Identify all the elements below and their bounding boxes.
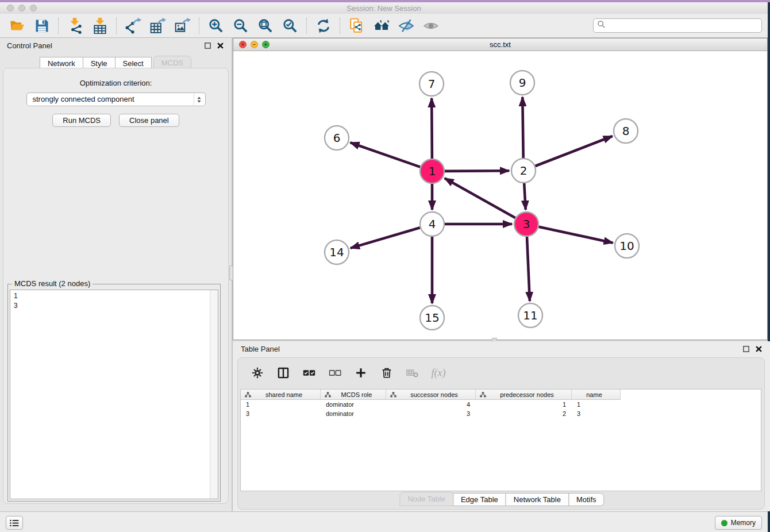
graph-node-2[interactable]: 2 bbox=[511, 159, 536, 183]
svg-text:6: 6 bbox=[333, 131, 341, 145]
graph-node-8[interactable]: 8 bbox=[614, 119, 638, 143]
add-icon bbox=[355, 367, 367, 379]
graph-node-11[interactable]: 11 bbox=[518, 303, 542, 327]
tab-motifs[interactable]: Motifs bbox=[568, 493, 605, 506]
graph-node-1[interactable]: 1 bbox=[420, 159, 444, 183]
column-header-name[interactable]: name bbox=[572, 390, 621, 399]
tab-edge-table[interactable]: Edge Table bbox=[453, 493, 506, 506]
graph-edge-1-7[interactable] bbox=[432, 98, 432, 159]
graph-edge-2-3[interactable] bbox=[524, 183, 526, 210]
trash-button[interactable] bbox=[379, 365, 395, 380]
zoom-fit-button[interactable] bbox=[253, 16, 278, 36]
graph-edge-4-14[interactable] bbox=[351, 228, 420, 248]
search-input[interactable] bbox=[606, 20, 761, 32]
graph-edge-3-11[interactable] bbox=[527, 237, 530, 301]
graph-node-6[interactable]: 6 bbox=[325, 126, 349, 150]
table-cell[interactable]: 4 bbox=[386, 401, 476, 408]
column-header-predecessor-nodes[interactable]: predecessor nodes bbox=[476, 390, 572, 399]
column-header-label: successor nodes bbox=[396, 391, 475, 398]
graph-edge-2-9[interactable] bbox=[522, 97, 523, 158]
control-panel-close-button[interactable] bbox=[216, 41, 225, 50]
eye-button[interactable] bbox=[418, 16, 443, 36]
function-builder-icon: f(x) bbox=[432, 367, 446, 379]
column-header-successor-nodes[interactable]: successor nodes bbox=[386, 390, 476, 399]
graph-edge-1-2[interactable] bbox=[445, 171, 509, 171]
table-panel-float-button[interactable] bbox=[742, 345, 750, 353]
zoom-selected-button[interactable] bbox=[278, 16, 302, 36]
graph-node-15[interactable]: 15 bbox=[420, 306, 444, 330]
clone-network-button[interactable] bbox=[344, 16, 369, 36]
graph-edge-3-1[interactable] bbox=[445, 178, 515, 218]
column-header-label: predecessor nodes bbox=[486, 391, 571, 398]
graph-node-3[interactable]: 3 bbox=[514, 212, 538, 236]
toolbar-separator bbox=[306, 18, 307, 34]
mcds-result-textarea[interactable]: 1 3 bbox=[10, 290, 218, 499]
refresh-button[interactable] bbox=[311, 16, 336, 36]
graph-node-7[interactable]: 7 bbox=[419, 72, 444, 96]
select-all-button[interactable] bbox=[301, 365, 317, 380]
table-cell[interactable]: 1 bbox=[476, 401, 572, 408]
svg-text:10: 10 bbox=[619, 239, 634, 253]
control-panel-title: Control Panel bbox=[7, 41, 52, 50]
run-mcds-button[interactable]: Run MCDS bbox=[52, 114, 111, 127]
graph-node-14[interactable]: 14 bbox=[325, 240, 349, 264]
tab-network-table[interactable]: Network Table bbox=[506, 493, 569, 506]
table-cell[interactable]: 3 bbox=[572, 410, 621, 417]
zoom-in-button[interactable] bbox=[203, 16, 228, 36]
svg-text:7: 7 bbox=[428, 77, 436, 91]
import-network-button[interactable] bbox=[63, 16, 87, 36]
zoom-fit-icon bbox=[257, 18, 274, 34]
eye-slash-button[interactable] bbox=[394, 16, 418, 36]
export-network-button[interactable] bbox=[121, 16, 145, 36]
table-cell[interactable]: 1 bbox=[241, 401, 321, 408]
graph-node-4[interactable]: 4 bbox=[420, 212, 444, 236]
column-header-shared-name[interactable]: shared name bbox=[241, 390, 321, 399]
table-panel-close-button[interactable] bbox=[754, 345, 763, 353]
add-button[interactable] bbox=[353, 365, 369, 380]
export-table-button[interactable] bbox=[145, 16, 170, 36]
graph-node-10[interactable]: 10 bbox=[615, 234, 639, 258]
export-image-button[interactable] bbox=[170, 16, 195, 36]
table-row[interactable]: 3dominator323 bbox=[241, 409, 761, 418]
mcds-result-group: MCDS result (2 nodes) 1 3 bbox=[7, 284, 221, 502]
task-history-button[interactable] bbox=[6, 516, 23, 530]
home-button[interactable] bbox=[369, 16, 394, 36]
network-canvas[interactable]: 7968124314101511 bbox=[233, 51, 767, 340]
table-cell[interactable]: 1 bbox=[572, 401, 621, 408]
table-cell[interactable]: 3 bbox=[241, 410, 321, 417]
select-all-icon bbox=[303, 367, 315, 379]
import-table-button[interactable] bbox=[87, 16, 112, 36]
eye-slash-icon bbox=[398, 18, 414, 34]
table-cell[interactable]: 2 bbox=[476, 410, 572, 417]
tab-node-table[interactable]: Node Table bbox=[399, 492, 453, 506]
svg-text:15: 15 bbox=[425, 311, 439, 325]
main-toolbar bbox=[0, 14, 768, 38]
mcds-result-title: MCDS result (2 nodes) bbox=[12, 279, 93, 288]
import-table-icon bbox=[92, 18, 108, 34]
save-button[interactable] bbox=[29, 16, 54, 36]
graph-edge-2-8[interactable] bbox=[536, 136, 613, 166]
graph-edge-1-6[interactable] bbox=[351, 142, 421, 167]
table-cell[interactable]: dominator bbox=[321, 401, 386, 408]
search-icon bbox=[597, 20, 606, 31]
table-cell[interactable]: 3 bbox=[386, 410, 476, 417]
search-box bbox=[593, 18, 762, 33]
graph-edge-3-10[interactable] bbox=[539, 227, 613, 243]
memory-button[interactable]: Memory bbox=[715, 516, 762, 530]
zoom-out-button[interactable] bbox=[228, 16, 253, 36]
graph-node-9[interactable]: 9 bbox=[510, 71, 534, 95]
control-panel-float-button[interactable] bbox=[203, 41, 212, 50]
open-folder-button[interactable] bbox=[5, 16, 29, 36]
gear-button[interactable] bbox=[249, 365, 265, 380]
close-panel-button[interactable]: Close panel bbox=[119, 114, 179, 127]
column-header-mcds-role[interactable]: MCDS role bbox=[321, 390, 386, 399]
columns-button[interactable] bbox=[275, 365, 291, 380]
table-cell[interactable]: dominator bbox=[321, 410, 386, 417]
svg-text:1: 1 bbox=[429, 164, 436, 178]
table-row[interactable]: 1dominator411 bbox=[241, 400, 761, 409]
criterion-dropdown[interactable]: strongly connected component bbox=[26, 92, 206, 106]
table-panel-body: f(x) shared nameMCDS rolesuccessor nodes… bbox=[237, 357, 765, 510]
trash-icon bbox=[380, 367, 393, 379]
deselect-all-button[interactable] bbox=[327, 365, 343, 380]
result-scrollbar[interactable] bbox=[210, 290, 218, 499]
